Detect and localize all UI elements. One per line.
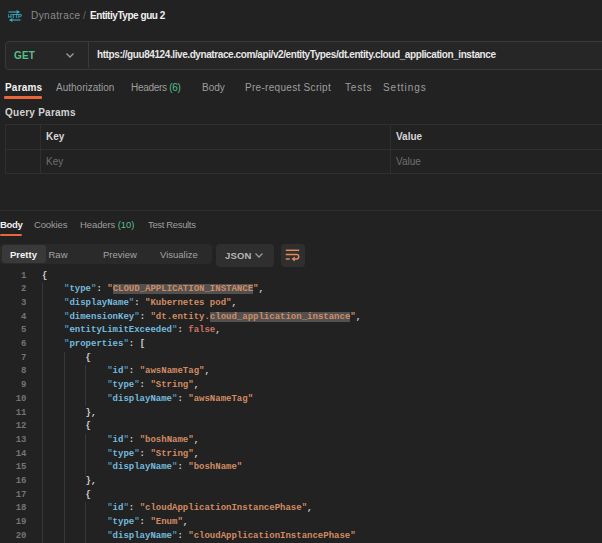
svg-text:HTTP: HTTP (8, 13, 22, 19)
